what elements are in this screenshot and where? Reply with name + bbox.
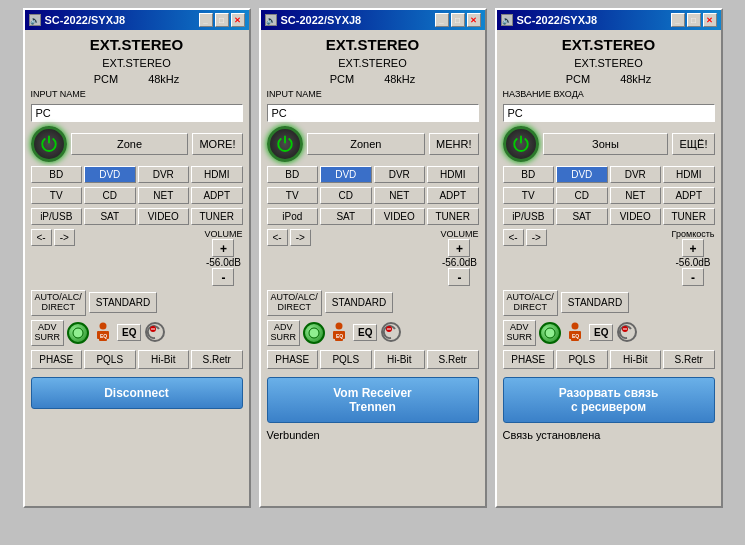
source-btn-bd[interactable]: BD [503,166,555,183]
source-btn-dvd[interactable]: DVD [556,166,608,183]
source-btn-adpt[interactable]: ADPT [191,187,243,204]
phase-button[interactable]: PHASE [31,350,83,369]
minimize-button[interactable]: _ [671,13,685,27]
standard-button[interactable]: STANDARD [561,292,629,313]
green-circle-icon[interactable] [303,322,325,344]
figure-eq-icon[interactable]: EQ [328,321,350,345]
volume-down-button[interactable]: - [212,268,234,286]
source-btn-net[interactable]: NET [138,187,190,204]
green-circle-icon[interactable] [67,322,89,344]
volume-down-button[interactable]: - [448,268,470,286]
adv-surr-button[interactable]: ADV SURR [267,320,301,346]
disconnect-button[interactable]: Разорвать связь с ресивером [503,377,715,423]
eq-button[interactable]: EQ [589,324,613,341]
standard-button[interactable]: STANDARD [89,292,157,313]
maximize-button[interactable]: □ [215,13,229,27]
source-btn-tv[interactable]: TV [31,187,83,204]
s.retr-button[interactable]: S.Retr [663,350,715,369]
close-button[interactable]: ✕ [467,13,481,27]
source-btn-dvd[interactable]: DVD [320,166,372,183]
prev-button[interactable]: <- [267,229,288,246]
eq-button[interactable]: EQ [353,324,377,341]
green-circle-icon[interactable] [539,322,561,344]
minimize-button[interactable]: _ [199,13,213,27]
source-btn-dvr[interactable]: DVR [138,166,190,183]
hi-bit-button[interactable]: Hi-Bit [138,350,190,369]
rotate-icon[interactable] [144,321,168,345]
more-button[interactable]: MEHR! [429,133,478,155]
prev-button[interactable]: <- [503,229,524,246]
source-btn-net[interactable]: NET [610,187,662,204]
zone-button[interactable]: Zonen [307,133,426,155]
source-btn-ip-usb[interactable]: iP/USB [503,208,555,225]
auto-alc-direct-button[interactable]: AUTO/ALC/ DIRECT [503,290,558,316]
source-btn-tv[interactable]: TV [267,187,319,204]
power-button[interactable] [503,126,539,162]
close-button[interactable]: ✕ [231,13,245,27]
s.retr-button[interactable]: S.Retr [427,350,479,369]
figure-eq-icon[interactable]: EQ [564,321,586,345]
hi-bit-button[interactable]: Hi-Bit [610,350,662,369]
source-btn-adpt[interactable]: ADPT [663,187,715,204]
pqls-button[interactable]: PQLS [320,350,372,369]
source-btn-net[interactable]: NET [374,187,426,204]
source-btn-sat[interactable]: SAT [320,208,372,225]
source-btn-cd[interactable]: CD [556,187,608,204]
more-button[interactable]: ЕЩЁ! [672,133,714,155]
power-button[interactable] [267,126,303,162]
adv-surr-button[interactable]: ADV SURR [31,320,65,346]
source-btn-sat[interactable]: SAT [556,208,608,225]
source-btn-tv[interactable]: TV [503,187,555,204]
volume-up-button[interactable]: + [682,239,704,257]
zone-button[interactable]: Зоны [543,133,669,155]
source-btn-ipod[interactable]: iPod [267,208,319,225]
pqls-button[interactable]: PQLS [84,350,136,369]
figure-eq-icon[interactable]: EQ [92,321,114,345]
phase-button[interactable]: PHASE [267,350,319,369]
source-btn-video[interactable]: VIDEO [374,208,426,225]
standard-button[interactable]: STANDARD [325,292,393,313]
source-btn-dvr[interactable]: DVR [374,166,426,183]
disconnect-button[interactable]: Vom Receiver Trennen [267,377,479,423]
adv-surr-button[interactable]: ADV SURR [503,320,537,346]
source-btn-hdmi[interactable]: HDMI [663,166,715,183]
volume-up-button[interactable]: + [212,239,234,257]
source-btn-tuner[interactable]: TUNER [191,208,243,225]
rotate-icon[interactable] [380,321,404,345]
prev-button[interactable]: <- [31,229,52,246]
minimize-button[interactable]: _ [435,13,449,27]
eq-button[interactable]: EQ [117,324,141,341]
source-btn-dvd[interactable]: DVD [84,166,136,183]
power-button[interactable] [31,126,67,162]
zone-button[interactable]: Zone [71,133,189,155]
source-btn-hdmi[interactable]: HDMI [427,166,479,183]
source-btn-video[interactable]: VIDEO [610,208,662,225]
pqls-button[interactable]: PQLS [556,350,608,369]
next-button[interactable]: -> [290,229,311,246]
source-btn-video[interactable]: VIDEO [138,208,190,225]
source-btn-sat[interactable]: SAT [84,208,136,225]
rotate-icon[interactable] [616,321,640,345]
volume-up-button[interactable]: + [448,239,470,257]
auto-alc-direct-button[interactable]: AUTO/ALC/ DIRECT [31,290,86,316]
source-btn-dvr[interactable]: DVR [610,166,662,183]
source-btn-ip-usb[interactable]: iP/USB [31,208,83,225]
next-button[interactable]: -> [54,229,75,246]
volume-down-button[interactable]: - [682,268,704,286]
source-btn-tuner[interactable]: TUNER [427,208,479,225]
close-button[interactable]: ✕ [703,13,717,27]
next-button[interactable]: -> [526,229,547,246]
source-btn-cd[interactable]: CD [320,187,372,204]
maximize-button[interactable]: □ [451,13,465,27]
maximize-button[interactable]: □ [687,13,701,27]
source-btn-bd[interactable]: BD [31,166,83,183]
source-btn-hdmi[interactable]: HDMI [191,166,243,183]
phase-button[interactable]: PHASE [503,350,555,369]
disconnect-button[interactable]: Disconnect [31,377,243,409]
more-button[interactable]: MORE! [192,133,242,155]
source-btn-bd[interactable]: BD [267,166,319,183]
hi-bit-button[interactable]: Hi-Bit [374,350,426,369]
source-btn-tuner[interactable]: TUNER [663,208,715,225]
s.retr-button[interactable]: S.Retr [191,350,243,369]
auto-alc-direct-button[interactable]: AUTO/ALC/ DIRECT [267,290,322,316]
